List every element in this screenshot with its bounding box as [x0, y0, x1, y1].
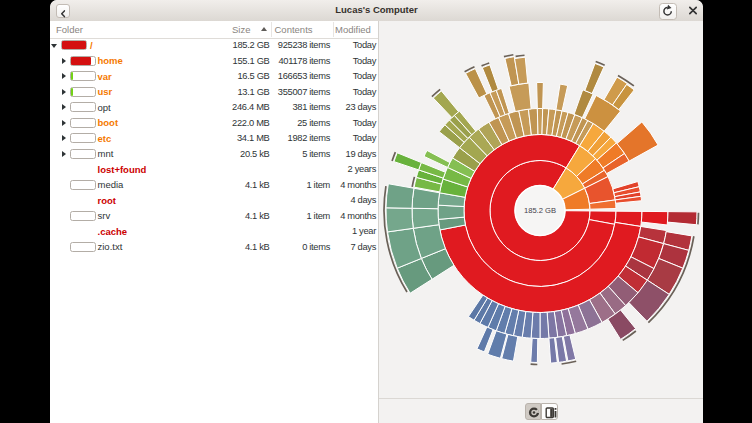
svg-text:185.2 GB: 185.2 GB: [524, 206, 556, 215]
